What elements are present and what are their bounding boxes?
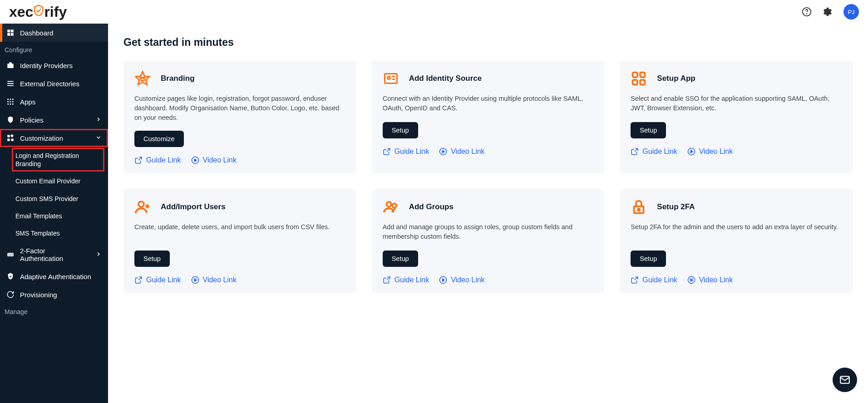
card-title: Setup App xyxy=(657,74,695,83)
svg-point-31 xyxy=(387,77,390,79)
guide-link[interactable]: Guide Link xyxy=(631,276,677,284)
link-label: Video Link xyxy=(451,147,484,156)
sidebar-item-apps[interactable]: Apps xyxy=(0,93,108,111)
video-link[interactable]: Video Link xyxy=(439,147,484,156)
card-setup-fa: Setup 2FA Setup 2FA for the admin and th… xyxy=(620,189,853,293)
svg-marker-29 xyxy=(194,159,197,162)
card-title: Setup 2FA xyxy=(657,202,695,211)
card-button[interactable]: Setup xyxy=(631,122,666,138)
card-title: Add Identity Source xyxy=(409,74,482,83)
card-description: Create, update, delete users, and import… xyxy=(134,222,345,242)
sidebar-sub-sms-templates[interactable]: SMS Templates xyxy=(0,225,108,242)
svg-marker-46 xyxy=(194,279,197,281)
svg-rect-39 xyxy=(640,80,645,85)
link-label: Guide Link xyxy=(642,147,677,156)
svg-marker-35 xyxy=(443,150,445,153)
svg-point-47 xyxy=(386,202,391,207)
guide-link[interactable]: Guide Link xyxy=(134,156,181,164)
sidebar-item-label: Provisioning xyxy=(20,291,57,299)
sidebar-item-policies[interactable]: Policies xyxy=(0,111,108,129)
dashboard-icon xyxy=(6,29,15,37)
card-button[interactable]: Setup xyxy=(134,251,170,267)
card-button[interactable]: Customize xyxy=(134,131,184,147)
card-description: Setup 2FA for the admin and the users to… xyxy=(631,222,842,242)
gear-icon[interactable] xyxy=(823,7,833,17)
svg-point-15 xyxy=(12,101,14,103)
header: xec rify PJ xyxy=(0,0,868,24)
avatar[interactable]: PJ xyxy=(843,4,859,20)
video-link[interactable]: Video Link xyxy=(687,276,733,284)
card-add-groups: Add Groups Add and manage groups to assi… xyxy=(372,189,605,293)
sidebar-item-provisioning[interactable]: Provisioning xyxy=(0,285,108,304)
video-link[interactable]: Video Link xyxy=(687,147,733,156)
chat-fab[interactable] xyxy=(833,368,857,392)
svg-rect-3 xyxy=(11,29,14,32)
svg-point-14 xyxy=(10,101,11,103)
card-add-identity-source: Add Identity Source Connect with an Iden… xyxy=(372,60,605,173)
svg-point-11 xyxy=(10,98,11,100)
card-button[interactable]: Setup xyxy=(631,251,666,267)
briefcase-icon xyxy=(6,61,15,69)
sidebar-item-external-directories[interactable]: External Directories xyxy=(0,74,108,93)
sidebar-item-customization[interactable]: Customization xyxy=(0,129,108,147)
card-button[interactable]: Setup xyxy=(383,251,418,267)
sidebar: Dashboard Configure Identity Providers E… xyxy=(0,24,108,403)
link-label: Guide Link xyxy=(395,276,429,284)
svg-rect-38 xyxy=(633,80,638,85)
card-setup-app: Setup App Select and enable SSO for the … xyxy=(620,60,853,173)
logo: xec rify xyxy=(9,4,67,20)
sidebar-item-2fa[interactable]: 123 2-Factor Authentication xyxy=(0,242,108,267)
card-description: Select and enable SSO for the applicatio… xyxy=(631,94,842,114)
page-title: Get started in minutes xyxy=(123,36,853,49)
help-icon[interactable] xyxy=(802,7,812,17)
card-add-import-users: Add/Import Users Create, update, delete … xyxy=(123,189,356,293)
svg-point-26 xyxy=(141,77,142,79)
link-label: Video Link xyxy=(699,276,733,284)
id-icon xyxy=(383,70,399,87)
sidebar-sub-custom-email[interactable]: Custom Email Provider xyxy=(0,172,108,190)
sidebar-section: Configure xyxy=(0,42,108,56)
video-link[interactable]: Video Link xyxy=(439,276,484,284)
link-label: Guide Link xyxy=(642,276,677,284)
sidebar-item-dashboard[interactable]: Dashboard xyxy=(0,24,108,42)
guide-link[interactable]: Guide Link xyxy=(383,147,429,156)
guide-link[interactable]: Guide Link xyxy=(631,147,677,156)
svg-point-13 xyxy=(7,101,9,103)
chevron-right-icon xyxy=(95,116,102,124)
svg-point-16 xyxy=(7,103,9,105)
sidebar-sub-custom-sms[interactable]: Custom SMS Provider xyxy=(0,190,108,207)
svg-point-18 xyxy=(12,103,14,105)
sidebar-item-label: Dashboard xyxy=(20,29,53,37)
sidebar-sub-email-templates[interactable]: Email Templates xyxy=(0,207,108,225)
card-title: Branding xyxy=(161,74,195,83)
video-link[interactable]: Video Link xyxy=(191,156,237,164)
svg-rect-4 xyxy=(7,33,10,36)
card-button[interactable]: Setup xyxy=(383,122,418,138)
apps-icon xyxy=(631,70,647,87)
guide-link[interactable]: Guide Link xyxy=(134,276,181,284)
svg-marker-50 xyxy=(443,279,445,281)
svg-point-42 xyxy=(138,202,144,207)
card-title: Add/Import Users xyxy=(161,202,226,211)
video-link[interactable]: Video Link xyxy=(191,276,237,284)
svg-point-27 xyxy=(143,77,145,79)
sidebar-section: Manage xyxy=(0,304,108,318)
sidebar-sub-login-branding[interactable]: Login and Registration Branding xyxy=(12,148,104,172)
sidebar-item-label: Adaptive Authentication xyxy=(20,273,91,280)
svg-rect-20 xyxy=(7,139,10,141)
group-icon xyxy=(383,199,399,215)
card-branding: Branding Customize pages like login, reg… xyxy=(123,60,356,173)
card-title: Add Groups xyxy=(409,202,454,211)
guide-link[interactable]: Guide Link xyxy=(383,276,429,284)
svg-rect-2 xyxy=(7,29,10,32)
sidebar-item-adaptive[interactable]: Adaptive Authentication xyxy=(0,267,108,285)
shield-icon xyxy=(6,272,15,280)
star-icon xyxy=(134,70,151,87)
svg-rect-22 xyxy=(10,134,14,137)
svg-rect-5 xyxy=(11,33,14,36)
sidebar-item-identity-providers[interactable]: Identity Providers xyxy=(0,56,108,74)
shield-check-icon xyxy=(6,116,15,124)
grid-icon xyxy=(6,98,15,106)
svg-rect-21 xyxy=(11,139,14,141)
svg-point-48 xyxy=(392,204,396,208)
